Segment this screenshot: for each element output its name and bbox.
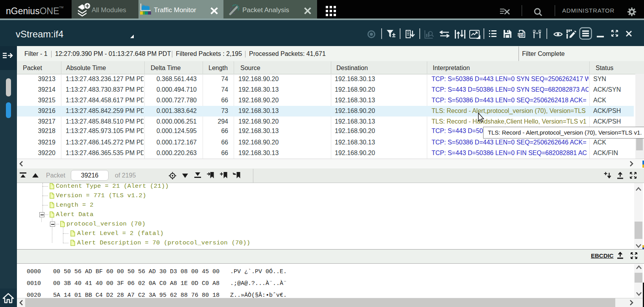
svg-text:CSV: CSV xyxy=(518,33,524,36)
